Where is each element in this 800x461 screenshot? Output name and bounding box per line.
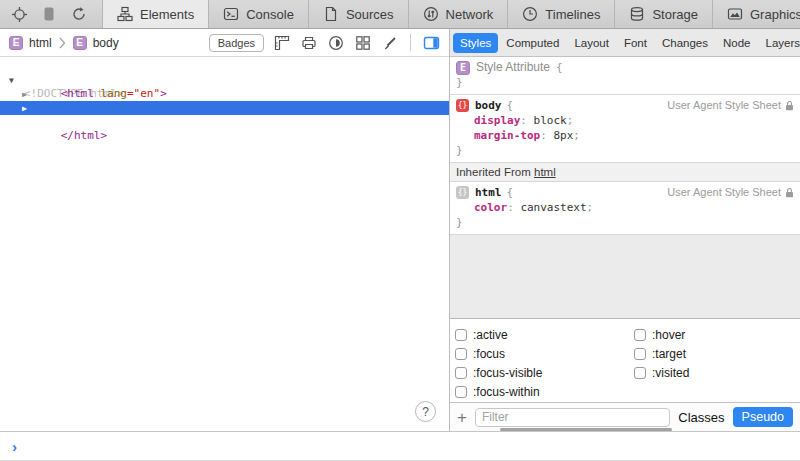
appearance-contrast-icon[interactable] xyxy=(327,34,345,52)
print-icon[interactable] xyxy=(300,34,318,52)
lock-icon xyxy=(785,187,794,198)
tab-label: Sources xyxy=(346,7,394,22)
tab-label: Network xyxy=(446,7,494,22)
tab-label: Timelines xyxy=(545,7,600,22)
dom-node-body-selected[interactable]: ▶<body>…</body> = $0 xyxy=(0,101,449,115)
inherited-from-header: Inherited From html xyxy=(450,163,800,182)
reload-icon[interactable] xyxy=(66,0,92,28)
chevron-right-icon xyxy=(59,37,66,49)
breadcrumb-item-html[interactable]: html xyxy=(29,36,52,50)
styles-panel: E Style Attribute { } {} body { User Age… xyxy=(450,57,800,431)
tab-elements[interactable]: Elements xyxy=(102,0,209,28)
pseudo-focus-visible-row: :focus-visible xyxy=(455,363,542,382)
checkbox-visited[interactable] xyxy=(634,367,646,379)
grid-overlay-icon[interactable] xyxy=(354,34,372,52)
tab-sources[interactable]: Sources xyxy=(309,0,409,28)
pseudo-visited-row: :visited xyxy=(634,363,689,382)
element-badge: E xyxy=(73,36,87,50)
pseudo-active-row: :active xyxy=(455,325,542,344)
toggle-details-sidebar-icon[interactable] xyxy=(422,34,440,52)
pseudo-button[interactable]: Pseudo xyxy=(733,407,793,427)
inherited-element-link[interactable]: html xyxy=(534,166,556,178)
pseudo-focus-within-row: :focus-within xyxy=(455,382,542,401)
inspect-element-icon[interactable] xyxy=(6,0,32,28)
clock-icon xyxy=(522,6,538,22)
console-prompt-icon: › xyxy=(12,438,17,455)
lock-icon xyxy=(785,100,794,111)
css-declaration[interactable]: display: block; xyxy=(450,113,800,128)
tab-layers[interactable]: Layers xyxy=(758,33,800,53)
checkbox-focus[interactable] xyxy=(455,348,467,360)
dom-node-head[interactable]: ▶<head>…</head> xyxy=(0,87,449,101)
web-inspector-window: Elements Console Sources xyxy=(0,0,800,461)
rule-selector[interactable]: body xyxy=(475,98,502,113)
breadcrumb: E html E body xyxy=(9,36,119,50)
tab-label: Graphics xyxy=(750,7,800,22)
tab-label: Console xyxy=(246,7,294,22)
dom-node-html-close[interactable]: </html> xyxy=(0,115,449,129)
dom-node-html-open[interactable]: ▼<html lang="en"> xyxy=(0,73,449,87)
tab-graphics[interactable]: Graphics xyxy=(713,0,800,28)
disclosure-triangle-collapsed-icon[interactable]: ▶ xyxy=(22,88,27,102)
dom-tree: <!DOCTYPE html> ▼<html lang="en"> ▶<head… xyxy=(0,57,449,431)
dom-node-doctype[interactable]: <!DOCTYPE html> xyxy=(0,59,449,73)
filter-input[interactable] xyxy=(475,408,670,427)
pseudo-focus-row: :focus xyxy=(455,344,542,363)
help-button[interactable]: ? xyxy=(415,401,436,422)
pseudo-classes-panel: :active :focus :focus-visible :focus-wit… xyxy=(450,318,800,402)
css-declaration[interactable]: margin-top: 8px; xyxy=(450,128,800,143)
styles-filter-bar: + Classes Pseudo xyxy=(450,402,800,431)
network-icon xyxy=(423,6,439,22)
image-icon xyxy=(727,6,743,22)
badges-button[interactable]: Badges xyxy=(209,34,264,52)
rulers-icon[interactable] xyxy=(273,34,291,52)
tab-label: Storage xyxy=(652,7,698,22)
tab-node[interactable]: Node xyxy=(716,33,758,53)
checkbox-hover[interactable] xyxy=(634,329,646,341)
html-rule-section: {} html { User Agent Style Sheet color: xyxy=(450,182,800,235)
body-rule-section: {} body { User Agent Style Sheet displa xyxy=(450,95,800,163)
rule-selector[interactable]: html xyxy=(475,185,502,200)
console-icon xyxy=(223,6,239,22)
toolbar-left-actions xyxy=(0,0,98,28)
device-icon[interactable] xyxy=(36,0,62,28)
breadcrumb-item-body[interactable]: body xyxy=(93,36,119,50)
elements-icon xyxy=(117,6,133,22)
style-origin: User Agent Style Sheet xyxy=(667,98,794,113)
divider xyxy=(410,34,411,51)
tab-network[interactable]: Network xyxy=(409,0,509,28)
disclosure-triangle-collapsed-icon[interactable]: ▶ xyxy=(22,102,27,116)
element-badge: E xyxy=(9,36,23,50)
checkbox-target[interactable] xyxy=(634,348,646,360)
elements-navigation-bar: E html E body Badges xyxy=(0,29,449,57)
document-icon xyxy=(323,6,339,22)
classes-button[interactable]: Classes xyxy=(678,410,724,425)
css-rule-icon: {} xyxy=(456,99,469,112)
style-attribute-section[interactable]: E Style Attribute { } xyxy=(450,57,800,95)
elements-actions: Badges xyxy=(209,34,440,52)
tab-styles[interactable]: Styles xyxy=(453,33,498,53)
checkbox-active[interactable] xyxy=(455,329,467,341)
tab-computed[interactable]: Computed xyxy=(499,33,566,53)
quick-console[interactable]: › xyxy=(0,431,800,461)
add-rule-button[interactable]: + xyxy=(457,409,467,426)
css-rules-list: E Style Attribute { } {} body { User Age… xyxy=(450,57,800,318)
toolbar-tabs: Elements Console Sources xyxy=(102,0,800,28)
tab-changes[interactable]: Changes xyxy=(655,33,715,53)
pseudo-hover-row: :hover xyxy=(634,325,689,344)
rule-title: Style Attribute xyxy=(476,60,550,75)
tab-timelines[interactable]: Timelines xyxy=(508,0,615,28)
checkbox-focus-within[interactable] xyxy=(455,386,467,398)
tab-console[interactable]: Console xyxy=(209,0,309,28)
paintbrush-icon[interactable] xyxy=(381,34,399,52)
database-icon xyxy=(629,6,645,22)
css-declaration[interactable]: color: canvastext; xyxy=(450,200,800,215)
css-rule-icon: {} xyxy=(456,186,469,199)
disclosure-triangle-expanded-icon[interactable]: ▼ xyxy=(9,74,14,88)
details-sidebar-tabs: Styles Computed Layout Font Changes Node… xyxy=(450,29,800,57)
tab-storage[interactable]: Storage xyxy=(615,0,713,28)
tab-font[interactable]: Font xyxy=(617,33,654,53)
checkbox-focus-visible[interactable] xyxy=(455,367,467,379)
pseudo-target-row: :target xyxy=(634,344,689,363)
tab-layout[interactable]: Layout xyxy=(567,33,616,53)
